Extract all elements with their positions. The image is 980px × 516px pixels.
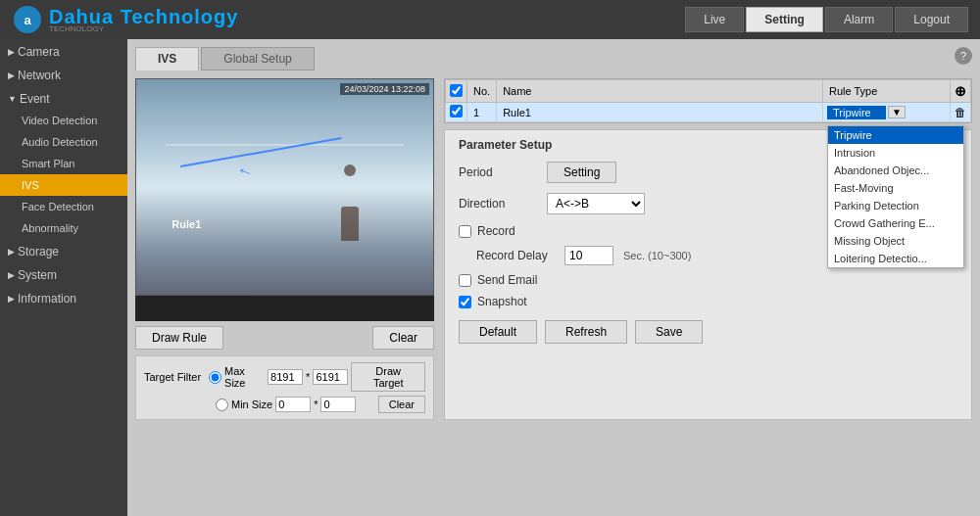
max-size-label: Max Size: [224, 365, 265, 389]
alarm-button[interactable]: Alarm: [825, 7, 893, 32]
rules-table-container: No. Name Rule Type ⊕: [444, 78, 972, 123]
sidebar-information-label: Information: [18, 292, 76, 305]
arrow-right-icon4: ▶: [8, 270, 15, 280]
min-size-label: Min Size: [231, 399, 272, 410]
sidebar-item-face-detection[interactable]: Face Detection: [0, 196, 127, 217]
min-size-radio[interactable]: [216, 399, 228, 411]
draw-target-button[interactable]: Draw Target: [351, 362, 425, 392]
record-label: Record: [477, 224, 515, 238]
snapshot-checkbox[interactable]: [459, 296, 471, 308]
clear-button[interactable]: Clear: [372, 326, 434, 350]
sidebar-camera-label: Camera: [18, 45, 60, 59]
sidebar-abnormality-label: Abnormality: [22, 222, 78, 234]
sidebar-item-event[interactable]: ▼ Event: [0, 86, 127, 110]
sidebar-network-label: Network: [18, 69, 61, 82]
target-filter-label: Target Filter: [144, 371, 201, 383]
video-frame: ↑ Rule1 24/03/2024 13:22:08: [135, 78, 434, 296]
sidebar-item-system[interactable]: ▶ System: [0, 262, 127, 286]
black-bar: [135, 296, 434, 321]
send-email-checkbox[interactable]: [459, 274, 471, 287]
svg-text:a: a: [24, 13, 31, 27]
size-separator: *: [306, 371, 310, 383]
arrow-right-icon3: ▶: [8, 247, 15, 257]
min-height-input[interactable]: 0: [320, 397, 356, 412]
dropdown-item-fast-moving[interactable]: Fast-Moving: [828, 179, 963, 197]
sidebar-video-detection-label: Video Detection: [22, 115, 97, 126]
record-checkbox[interactable]: [459, 225, 471, 238]
sidebar-audio-detection-label: Audio Detection: [22, 136, 98, 148]
sidebar-face-detection-label: Face Detection: [22, 201, 94, 212]
tabs-container: IVS Global Setup: [135, 47, 972, 70]
video-timestamp: 24/03/2024 13:22:08: [340, 83, 429, 95]
rule-type-dropdown[interactable]: Tripwire ▼ Tripwire Intrusion Abandoned …: [827, 106, 906, 119]
direction-select[interactable]: A->B B->A A<->B: [547, 193, 645, 214]
header-checkbox[interactable]: [450, 84, 463, 97]
tab-ivs[interactable]: IVS: [135, 47, 199, 70]
arrow-right-icon: ▶: [8, 47, 15, 57]
logout-button[interactable]: Logout: [895, 7, 968, 32]
size-separator2: *: [314, 399, 318, 410]
row-name: Rule1: [497, 103, 823, 122]
table-row: 1 Rule1 Tripwire ▼: [446, 103, 971, 122]
sidebar-item-audio-detection[interactable]: Audio Detection: [0, 131, 127, 153]
period-label: Period: [459, 165, 537, 179]
dropdown-item-missing[interactable]: Missing Object: [828, 232, 963, 250]
max-width-input[interactable]: 8191: [268, 369, 303, 385]
tab-global-setup[interactable]: Global Setup: [201, 47, 314, 70]
draw-btn-row: Draw Rule Clear: [135, 326, 434, 350]
sidebar-item-storage[interactable]: ▶ Storage: [0, 239, 127, 262]
sidebar-item-abnormality[interactable]: Abnormality: [0, 217, 127, 239]
max-height-input[interactable]: 6191: [313, 369, 348, 385]
logo: a Dahua Technology TECHNOLOGY: [12, 4, 238, 35]
send-email-row: Send Email: [459, 273, 957, 287]
col-rule-type: Rule Type: [823, 80, 951, 103]
content-area: ? IVS Global Setup ↑: [127, 39, 980, 516]
sidebar-item-information[interactable]: ▶ Information: [0, 286, 127, 309]
add-row-button[interactable]: ⊕: [955, 83, 966, 99]
sidebar-item-camera[interactable]: ▶ Camera: [0, 39, 127, 63]
sidebar: ▶ Camera ▶ Network ▼ Event Video Detecti…: [0, 39, 127, 516]
save-button[interactable]: Save: [635, 320, 703, 344]
min-width-input[interactable]: 0: [275, 397, 311, 412]
col-name: Name: [497, 80, 823, 103]
dropdown-item-loitering[interactable]: Loitering Detectio...: [828, 250, 963, 267]
sidebar-item-ivs[interactable]: IVS: [0, 174, 127, 196]
direction-label: Direction: [459, 197, 537, 211]
default-button[interactable]: Default: [459, 320, 537, 344]
live-button[interactable]: Live: [685, 7, 744, 32]
send-email-label: Send Email: [477, 273, 537, 287]
row-checkbox[interactable]: [450, 105, 463, 117]
max-size-radio[interactable]: [209, 371, 221, 384]
record-delay-input[interactable]: 10: [564, 246, 613, 265]
video-panel: ↑ Rule1 24/03/2024 13:22:08 Draw Rule Cl…: [135, 78, 434, 420]
col-no: No.: [467, 80, 497, 103]
draw-rule-button[interactable]: Draw Rule: [135, 326, 223, 350]
arrow-right-icon5: ▶: [8, 294, 15, 304]
delete-row-button[interactable]: 🗑: [955, 106, 966, 119]
sidebar-item-video-detection[interactable]: Video Detection: [0, 110, 127, 131]
sidebar-item-smart-plan[interactable]: Smart Plan: [0, 153, 127, 174]
bottom-buttons: Default Refresh Save: [459, 320, 957, 344]
dropdown-item-tripwire[interactable]: Tripwire: [828, 126, 963, 144]
dropdown-item-intrusion[interactable]: Intrusion: [828, 144, 963, 162]
dropdown-item-abandoned[interactable]: Abandoned Objec...: [828, 162, 963, 179]
sidebar-system-label: System: [18, 268, 57, 282]
rules-table: No. Name Rule Type ⊕: [445, 79, 971, 122]
sidebar-event-label: Event: [20, 92, 50, 106]
help-button[interactable]: ?: [955, 47, 972, 65]
record-delay-note: Sec. (10~300): [623, 250, 691, 261]
row-no: 1: [467, 103, 497, 122]
dropdown-arrow[interactable]: ▼: [888, 106, 906, 118]
refresh-button[interactable]: Refresh: [545, 320, 627, 344]
arrow-right-icon2: ▶: [8, 70, 15, 80]
period-setting-button[interactable]: Setting: [547, 162, 616, 183]
sidebar-item-network[interactable]: ▶ Network: [0, 63, 127, 86]
clear-target-button[interactable]: Clear: [378, 396, 425, 413]
dropdown-item-parking[interactable]: Parking Detection: [828, 197, 963, 214]
snapshot-label: Snapshot: [477, 295, 527, 308]
arrow-down-icon: ▼: [8, 94, 17, 104]
setting-button[interactable]: Setting: [746, 7, 823, 32]
top-navigation: Live Setting Alarm Logout: [685, 7, 968, 32]
dropdown-item-crowd[interactable]: Crowd Gathering E...: [828, 214, 963, 232]
snapshot-row: Snapshot: [459, 295, 957, 308]
